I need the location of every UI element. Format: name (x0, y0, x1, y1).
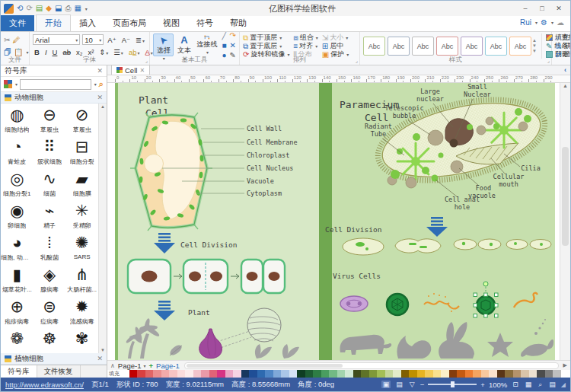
color-swatch[interactable] (129, 370, 138, 378)
edrawsoft-link[interactable]: http://www.edrawsoft.cn/ (5, 381, 84, 389)
color-swatch[interactable] (361, 370, 369, 378)
zoom-in-icon[interactable]: + (480, 381, 485, 389)
panel-close-icon[interactable]: ✕ (97, 67, 103, 75)
style-swatch[interactable]: Abc (412, 37, 434, 56)
view-pagebreak-icon[interactable]: ▤ (394, 381, 404, 388)
color-swatch[interactable] (345, 370, 353, 378)
style-group-expander-icon[interactable]: ⌟ (547, 58, 550, 64)
style-swatch[interactable]: Abc (363, 37, 385, 56)
color-swatch[interactable] (417, 370, 426, 378)
style-swatch[interactable]: Abc (509, 37, 531, 56)
nucleus-shape[interactable] (145, 155, 164, 174)
color-swatch[interactable] (545, 370, 553, 378)
magnifier-icon[interactable]: ⌕ (537, 381, 544, 389)
color-swatch[interactable] (385, 370, 394, 378)
color-swatch[interactable] (409, 370, 417, 378)
symbol-item[interactable]: ❁ (1, 327, 33, 353)
color-swatch[interactable] (337, 370, 346, 378)
color-swatch[interactable] (153, 370, 161, 378)
paramecium-page[interactable]: Paramecium Cell (319, 83, 555, 360)
symbol-item[interactable]: ⊕疱疹病毒 (1, 295, 33, 327)
subscript-button[interactable]: x₂ (75, 48, 84, 56)
symbol-item[interactable]: ⁞乳酸菌 (33, 231, 66, 263)
tab-symbol-library[interactable]: 符号库 (1, 365, 37, 378)
style-swatch[interactable]: Abc (388, 37, 410, 56)
symbol-item[interactable]: ◈腺病毒 (33, 263, 66, 295)
symbol-item[interactable]: ⊖草履虫 (33, 104, 66, 135)
color-swatch[interactable] (537, 370, 545, 378)
resize-grip-icon[interactable]: ◢ (561, 381, 566, 388)
symbol-item[interactable]: ⌁精子 (33, 199, 66, 231)
app-logo-icon[interactable] (4, 4, 14, 14)
color-swatch[interactable] (209, 370, 218, 378)
horizontal-scrollbar[interactable] (184, 362, 559, 369)
color-swatch[interactable] (465, 370, 474, 378)
format-painter-icon[interactable]: 🖉 (12, 36, 20, 44)
color-swatch[interactable] (177, 370, 186, 378)
cut-icon[interactable]: ✂ (4, 36, 10, 44)
symbol-scrollbar[interactable]: ▲ ▼ (98, 104, 107, 353)
new-page-icon[interactable]: ▤ (36, 3, 43, 14)
color-swatch[interactable] (169, 370, 177, 378)
pan-icon[interactable]: ▦ (524, 381, 534, 388)
color-swatch[interactable] (241, 370, 250, 378)
drawing-canvas[interactable]: Plant Cell (107, 83, 570, 360)
account-caret-icon[interactable]: ▾ (535, 20, 538, 25)
color-swatch[interactable] (217, 370, 225, 378)
purple-virus[interactable] (340, 296, 368, 311)
highlight-button[interactable]: ab̲▾ (127, 48, 142, 56)
style-swatch[interactable]: Abc (461, 37, 483, 56)
symbol-item[interactable]: ◕细胞, 动物... (1, 231, 33, 263)
cloud-icon[interactable]: ☁ (557, 18, 564, 27)
vertical-scrollbar[interactable]: ▲ (560, 83, 570, 360)
color-swatch[interactable] (289, 370, 298, 378)
style-swatch[interactable]: Abc (485, 37, 507, 56)
arc-tool-icon[interactable]: ↷ (230, 32, 236, 40)
menu-tab-2[interactable]: 页面布局 (104, 15, 155, 31)
scroll-right-arrow-icon[interactable]: ▶ (563, 362, 567, 368)
library-icon[interactable] (4, 80, 12, 88)
view-normal-icon[interactable]: ▣ (381, 381, 391, 388)
color-swatch[interactable] (193, 370, 202, 378)
zoom-slider[interactable] (428, 384, 477, 385)
style-up-icon[interactable]: ▲ (532, 38, 537, 43)
symbol-item[interactable]: ✳受精卵 (65, 199, 98, 231)
zoom-out-icon[interactable]: − (420, 381, 425, 389)
color-swatch[interactable] (321, 370, 330, 378)
page-selector[interactable]: Page-1▾ (118, 362, 146, 370)
symbol-item[interactable]: ∿细菌 (33, 167, 66, 199)
underline-button[interactable]: U (51, 48, 59, 56)
color-swatch[interactable] (553, 370, 561, 378)
symbol-item[interactable]: ✺SARS (65, 231, 98, 263)
bold-button[interactable]: B (33, 48, 41, 56)
color-swatch[interactable] (329, 370, 337, 378)
symbol-item[interactable]: ◎细胞分裂1 (1, 167, 33, 199)
symbol-item[interactable]: ◍细胞结构 (1, 104, 33, 135)
account-name[interactable]: Rui (520, 18, 531, 27)
document-tab-close-icon[interactable]: ✕ (139, 67, 145, 74)
view-fullscreen-icon[interactable]: ▽ (408, 381, 416, 388)
open-icon[interactable]: ◆ (46, 3, 52, 14)
arrange-group-expander-icon[interactable]: ⌟ (356, 58, 358, 64)
menu-tab-0[interactable]: 开始 (36, 14, 71, 31)
section-close-icon[interactable]: ✕ (97, 94, 103, 101)
color-swatch[interactable] (481, 370, 490, 378)
save-icon[interactable]: ⬓ (55, 3, 62, 14)
close-button[interactable]: ✕ (550, 2, 567, 15)
color-swatch[interactable] (137, 370, 145, 378)
grid-icon[interactable]: ▤ (547, 381, 557, 388)
text-tool-button[interactable]: A 文本▾ (174, 33, 194, 56)
color-swatch[interactable] (473, 370, 481, 378)
search-icon[interactable]: ⌕ (99, 79, 104, 89)
section-animal-cells[interactable]: 动物细胞 ✕ (1, 92, 107, 104)
settings-gear-icon[interactable]: ⚙ (541, 18, 547, 27)
style-swatch[interactable]: Abc (436, 37, 458, 56)
collapse-right-panel-icon[interactable]: ‹ (564, 66, 566, 74)
color-swatch[interactable] (121, 370, 129, 378)
color-swatch[interactable] (369, 370, 378, 378)
color-swatch[interactable] (377, 370, 385, 378)
color-swatch[interactable] (441, 370, 449, 378)
color-swatch[interactable] (513, 370, 522, 378)
color-swatch[interactable] (489, 370, 497, 378)
zoom-level[interactable]: 100% (489, 381, 507, 389)
